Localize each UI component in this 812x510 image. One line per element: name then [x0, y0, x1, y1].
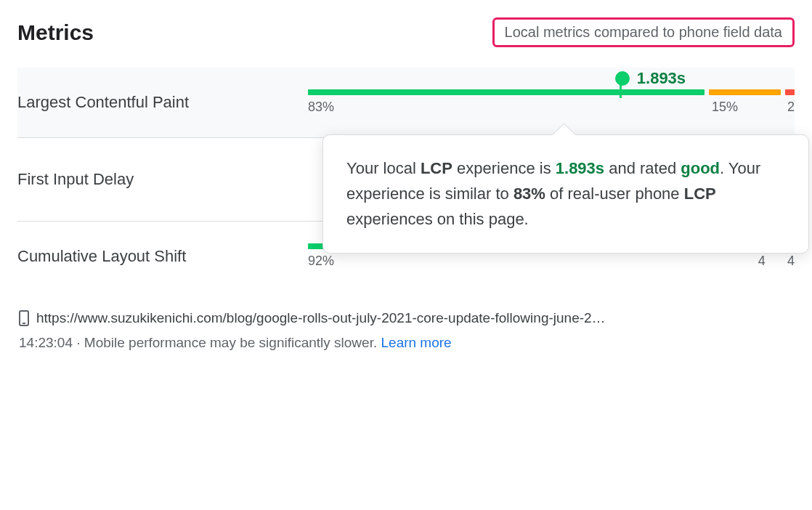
cls-poor-pct: 4	[787, 254, 795, 269]
perf-warning: Mobile performance may be significantly …	[84, 335, 381, 350]
comparison-badge: Local metrics compared to phone field da…	[492, 17, 795, 47]
cls-good-pct: 92%	[308, 254, 334, 269]
lcp-good-pct: 83%	[308, 100, 334, 115]
url-row: https://www.suzukikenichi.com/blog/googl…	[19, 310, 793, 326]
lcp-poor-pct: 2	[787, 100, 795, 115]
lcp-tooltip: Your local LCP experience is 1.893s and …	[322, 134, 809, 254]
status-dot-good-icon	[615, 71, 630, 86]
page-title: Metrics	[17, 20, 94, 45]
timestamp: 14:23:04	[19, 335, 73, 350]
metric-row-lcp[interactable]: Largest Contentful Paint 1.893s 83% 15% …	[17, 68, 795, 138]
metric-name-cls: Cumulative Layout Shift	[17, 247, 308, 266]
lcp-ni-pct: 15%	[712, 100, 738, 115]
metric-name-lcp: Largest Contentful Paint	[17, 93, 308, 112]
metric-name-fid: First Input Delay	[17, 170, 308, 189]
metrics-list: Largest Contentful Paint 1.893s 83% 15% …	[17, 68, 795, 291]
phone-icon	[19, 310, 29, 326]
lcp-value: 1.893s	[637, 69, 686, 88]
learn-more-link[interactable]: Learn more	[381, 335, 452, 350]
cls-ni-pct: 4	[758, 254, 766, 269]
lcp-marker-icon	[620, 85, 622, 98]
page-url: https://www.suzukikenichi.com/blog/googl…	[36, 310, 606, 326]
